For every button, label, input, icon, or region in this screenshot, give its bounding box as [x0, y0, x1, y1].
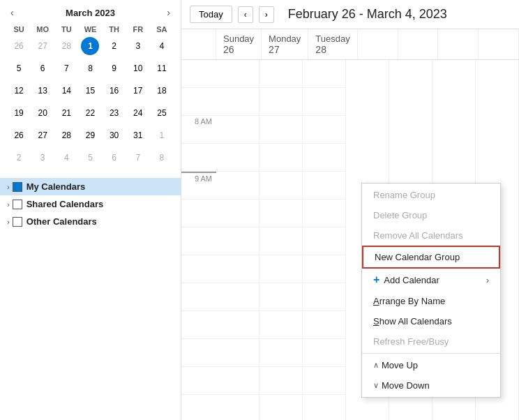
move-up-icon: ∧ — [373, 361, 379, 370]
calendar-day[interactable]: 28 — [54, 124, 78, 147]
calendar-day[interactable]: 18 — [150, 80, 174, 102]
shared-calendars-group[interactable]: › Shared Calendars — [0, 195, 181, 213]
next-week-button[interactable]: › — [259, 6, 274, 23]
calendar-day[interactable]: 13 — [31, 80, 54, 102]
toolbar: Today ‹ › February 26 - March 4, 2023 — [181, 0, 519, 29]
menu-item-move-up[interactable]: ∧ Move Up — [362, 355, 500, 375]
calendar-day[interactable]: 15 — [78, 80, 102, 102]
calendar-day[interactable]: 4 — [150, 35, 174, 57]
my-calendars-group[interactable]: › My Calendars — [0, 178, 181, 195]
sidebar: ‹ March 2023 › SUMOTUWETHFRSA 2627281234… — [0, 0, 181, 420]
time-slot-empty10 — [181, 367, 216, 395]
calendar-day[interactable]: 4 — [54, 147, 78, 169]
calendar-day[interactable]: 8 — [150, 147, 174, 169]
day-col-tuesday[interactable] — [303, 60, 346, 420]
move-down-icon: ∨ — [373, 381, 379, 390]
calendar-day[interactable]: 10 — [126, 57, 150, 80]
day-header-wednesday — [358, 29, 398, 59]
other-calendars-checkbox[interactable] — [13, 217, 22, 227]
other-calendars-label: Other Calendars — [27, 216, 97, 227]
day-header-monday: Monday 27 — [262, 29, 308, 59]
day-header-saturday — [479, 29, 519, 59]
calendar-day[interactable]: 6 — [31, 57, 54, 80]
today-button[interactable]: Today — [190, 6, 232, 23]
menu-item-add-calendar[interactable]: + Add Calendar › — [362, 269, 500, 291]
calendar-day[interactable]: 19 — [7, 102, 31, 124]
calendar-day[interactable]: 2 — [7, 147, 31, 169]
time-slot-empty6 — [181, 255, 216, 283]
calendar-day[interactable]: 1 — [150, 124, 174, 147]
calendar-day[interactable]: 14 — [54, 80, 78, 102]
time-slot-empty1 — [181, 60, 216, 88]
calendar-day[interactable]: 7 — [126, 147, 150, 169]
calendar-day[interactable]: 3 — [31, 147, 54, 169]
menu-item-new-calendar-group[interactable]: New Calendar Group — [362, 246, 500, 269]
calendar-day[interactable]: 26 — [7, 35, 31, 57]
my-calendars-checkbox[interactable] — [13, 182, 22, 192]
calendar-day[interactable]: 23 — [103, 102, 126, 124]
calendar-table: SUMOTUWETHFRSA 2627281234567891011121314… — [7, 24, 174, 169]
expand-arrow-icon: › — [7, 183, 10, 191]
day-header-tuesday: Tuesday 28 — [308, 29, 357, 59]
time-slot-8am: 8 AM — [181, 116, 216, 144]
calendar-day[interactable]: 29 — [78, 124, 102, 147]
time-slot-empty9 — [181, 339, 216, 367]
calendar-day[interactable]: 30 — [103, 124, 126, 147]
calendar-day[interactable]: 9 — [103, 57, 126, 80]
calendar-day[interactable]: 11 — [150, 57, 174, 80]
new-calendar-group-label: New Calendar Group — [375, 252, 460, 262]
calendar-day[interactable]: 20 — [31, 102, 54, 124]
calendar-day[interactable]: 7 — [54, 57, 78, 80]
menu-item-arrange-by-name[interactable]: Arrange By Name — [362, 291, 500, 311]
calendar-day[interactable]: 5 — [7, 57, 31, 80]
menu-item-refresh[interactable]: Refresh Free/Busy — [362, 331, 500, 352]
time-slot-empty5 — [181, 227, 216, 255]
refresh-label: Refresh Free/Busy — [373, 336, 449, 347]
prev-week-button[interactable]: ‹ — [238, 6, 253, 23]
menu-item-show-all[interactable]: Show All Calendars — [362, 311, 500, 331]
context-menu: Rename Group Delete Group Remove All Cal… — [361, 183, 501, 398]
day-col-sunday[interactable] — [216, 60, 260, 420]
calendar-day[interactable]: 24 — [126, 102, 150, 124]
calendar-day[interactable]: 3 — [126, 35, 150, 57]
day-col-monday[interactable] — [260, 60, 303, 420]
next-month-button[interactable]: › — [163, 6, 174, 20]
day-header-friday — [438, 29, 479, 59]
prev-month-button[interactable]: ‹ — [7, 6, 17, 20]
calendar-day[interactable]: 22 — [78, 102, 102, 124]
menu-item-delete[interactable]: Delete Group — [362, 205, 500, 225]
add-calendar-label: Add Calendar — [384, 275, 439, 285]
calendar-day[interactable]: 2 — [103, 35, 126, 57]
move-up-label: Move Up — [382, 360, 418, 370]
calendar-day[interactable]: 27 — [31, 124, 54, 147]
calendar-day[interactable]: 5 — [78, 147, 102, 169]
other-calendars-group[interactable]: › Other Calendars — [0, 213, 181, 230]
move-down-label: Move Down — [382, 380, 430, 391]
rename-group-label: Rename Group — [373, 190, 435, 200]
calendar-day[interactable]: 16 — [103, 80, 126, 102]
calendar-day[interactable]: 8 — [78, 57, 102, 80]
calendar-day[interactable]: 31 — [126, 124, 150, 147]
calendar-day[interactable]: 6 — [103, 147, 126, 169]
calendar-day[interactable]: 27 — [31, 35, 54, 57]
calendar-day[interactable]: 17 — [126, 80, 150, 102]
calendar-day[interactable]: 26 — [7, 124, 31, 147]
shared-calendars-label: Shared Calendars — [27, 199, 104, 209]
calendar-day[interactable]: 12 — [7, 80, 31, 102]
time-spacer — [181, 29, 216, 59]
time-slot-empty7 — [181, 283, 216, 311]
calendar-day[interactable]: 28 — [54, 35, 78, 57]
calendar-day[interactable]: 21 — [54, 102, 78, 124]
day-header-sunday: Sunday 26 — [216, 29, 262, 59]
show-all-calendars-label: Show All Calendars — [373, 316, 452, 327]
time-slot-9am: 9 AM — [181, 172, 216, 200]
shared-calendars-checkbox[interactable] — [13, 200, 22, 209]
calendar-month-title: March 2023 — [66, 8, 115, 18]
menu-item-remove-all[interactable]: Remove All Calendars — [362, 225, 500, 246]
calendar-day[interactable]: 1 — [78, 35, 102, 57]
plus-icon: + — [373, 273, 379, 286]
menu-item-move-down[interactable]: ∨ Move Down — [362, 375, 500, 396]
menu-item-rename[interactable]: Rename Group — [362, 185, 500, 205]
calendar-day[interactable]: 25 — [150, 102, 174, 124]
dow-header: MO — [31, 24, 54, 35]
